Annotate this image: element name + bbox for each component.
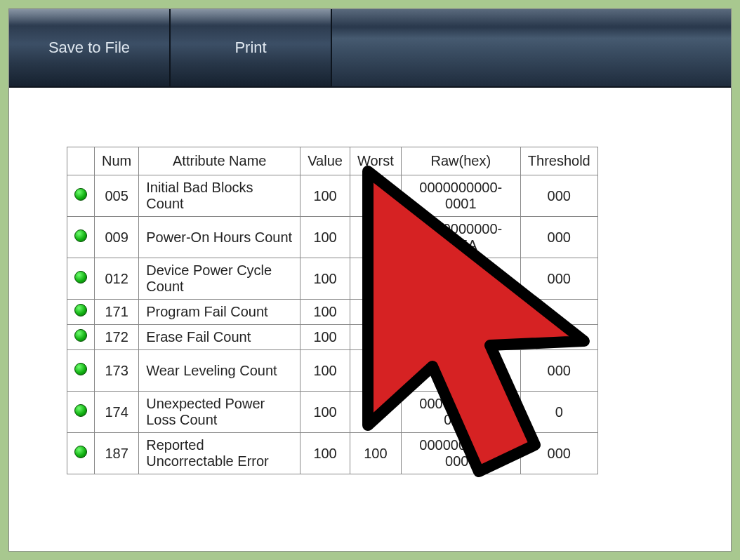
attribute-name-cell: Initial Bad Blocks Count [139, 175, 300, 217]
status-ok-icon [74, 363, 87, 375]
status-ok-icon [74, 329, 87, 342]
worst-cell: 100 [350, 217, 401, 258]
num-cell: 005 [95, 175, 139, 217]
worst-cell: 100 [350, 325, 401, 350]
header-threshold: Threshold [520, 147, 597, 175]
threshold-cell: 0 [520, 392, 597, 433]
attribute-name-cell: Device Power Cycle Count [139, 258, 300, 300]
app-window: Save to File Print Num Attribute Name Va… [8, 8, 732, 552]
worst-cell: 100 [350, 433, 401, 474]
threshold-cell: 000 [520, 433, 597, 474]
table-row[interactable]: 012Device Power Cycle Count100100000 [67, 258, 598, 300]
worst-cell: 100 [350, 300, 401, 325]
raw-cell [401, 300, 520, 325]
threshold-cell: 000 [520, 350, 597, 392]
num-cell: 012 [95, 258, 139, 300]
status-ok-icon [74, 304, 87, 316]
value-cell: 100 [300, 175, 350, 217]
status-cell [67, 433, 95, 474]
print-label: Print [234, 39, 266, 57]
status-cell [67, 350, 95, 392]
raw-cell [401, 325, 520, 350]
raw-cell: 0000000000-005D [401, 392, 520, 433]
value-cell: 100 [300, 258, 350, 300]
num-cell: 173 [95, 350, 139, 392]
value-cell: 100 [300, 300, 350, 325]
raw-cell: 0000000000-0001 [401, 175, 520, 217]
table-row[interactable]: 172Erase Fail Count100100000 [67, 325, 598, 350]
status-ok-icon [74, 404, 87, 417]
table-row[interactable]: 174Unexpected Power Loss Count1001000000… [67, 392, 598, 433]
toolbar-spacer [332, 9, 731, 86]
save-to-file-button[interactable]: Save to File [9, 9, 171, 86]
num-cell: 187 [95, 433, 139, 474]
status-ok-icon [74, 446, 87, 458]
status-cell [67, 175, 95, 217]
attribute-name-cell: Reported Uncorrectable Error [139, 433, 300, 474]
value-cell: 100 [300, 392, 350, 433]
value-cell: 100 [300, 325, 350, 350]
raw-cell: 0000-0099 [401, 350, 520, 392]
status-ok-icon [74, 188, 87, 201]
table-row[interactable]: 005Initial Bad Blocks Count1001000000000… [67, 175, 598, 217]
header-worst: Worst [350, 147, 401, 175]
raw-cell [401, 258, 520, 300]
header-value: Value [300, 147, 350, 175]
attribute-name-cell: Erase Fail Count [139, 325, 300, 350]
value-cell: 100 [300, 350, 350, 392]
worst-cell: 100 [350, 175, 401, 217]
print-button[interactable]: Print [171, 9, 332, 86]
attribute-name-cell: Power-On Hours Count [139, 217, 300, 258]
threshold-cell: 000 [520, 325, 597, 350]
table-header-row: Num Attribute Name Value Worst Raw(hex) … [67, 147, 598, 175]
num-cell: 009 [95, 217, 139, 258]
threshold-cell: 000 [520, 258, 597, 300]
attribute-name-cell: Wear Leveling Count [139, 350, 300, 392]
worst-cell: 100 [350, 392, 401, 433]
threshold-cell: 000 [520, 175, 597, 217]
smart-attributes-table: Num Attribute Name Value Worst Raw(hex) … [67, 147, 598, 474]
raw-cell: 0000000000-0000 [401, 433, 520, 474]
table-row[interactable]: 173Wear Leveling Count1001000000-0099000 [67, 350, 598, 392]
status-cell [67, 300, 95, 325]
value-cell: 100 [300, 433, 350, 474]
threshold-cell [520, 300, 597, 325]
table-row[interactable]: 187Reported Uncorrectable Error100100000… [67, 433, 598, 474]
save-to-file-label: Save to File [48, 39, 130, 57]
header-attribute-name: Attribute Name [139, 147, 300, 175]
worst-cell: 100 [350, 258, 401, 300]
status-ok-icon [74, 271, 87, 284]
threshold-cell: 000 [520, 217, 597, 258]
status-ok-icon [74, 229, 87, 242]
content-area: Num Attribute Name Value Worst Raw(hex) … [9, 89, 731, 551]
status-cell [67, 258, 95, 300]
status-cell [67, 392, 95, 433]
status-cell [67, 325, 95, 350]
header-raw: Raw(hex) [401, 147, 520, 175]
header-status [67, 147, 95, 175]
num-cell: 171 [95, 300, 139, 325]
attribute-name-cell: Unexpected Power Loss Count [139, 392, 300, 433]
num-cell: 174 [95, 392, 139, 433]
worst-cell: 100 [350, 350, 401, 392]
attribute-name-cell: Program Fail Count [139, 300, 300, 325]
status-cell [67, 217, 95, 258]
header-num: Num [95, 147, 139, 175]
toolbar: Save to File Print [9, 9, 731, 88]
num-cell: 172 [95, 325, 139, 350]
table-row[interactable]: 171Program Fail Count100100 [67, 300, 598, 325]
raw-cell: 0000000000-005A [401, 217, 520, 258]
table-row[interactable]: 009Power-On Hours Count1001000000000000-… [67, 217, 598, 258]
value-cell: 100 [300, 217, 350, 258]
